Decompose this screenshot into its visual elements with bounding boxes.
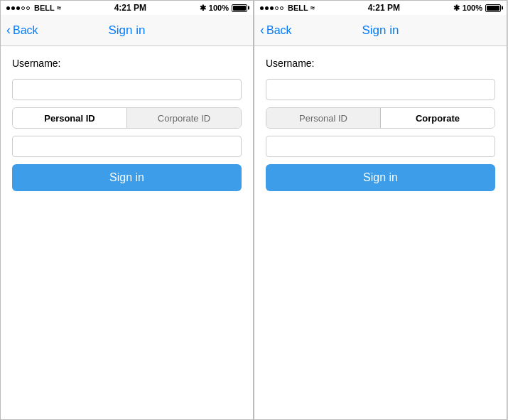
wifi-icon-2: ≈ bbox=[310, 4, 315, 12]
password-input-1[interactable] bbox=[12, 136, 242, 157]
dot5-2 bbox=[280, 6, 283, 10]
status-right-2: ✱ 100% bbox=[453, 4, 501, 13]
status-left-1: BELL ≈ bbox=[6, 4, 61, 12]
dot5 bbox=[26, 6, 30, 10]
back-chevron-2: ‹ bbox=[260, 23, 264, 38]
dot1 bbox=[6, 6, 10, 10]
dot2 bbox=[11, 6, 15, 10]
dot3 bbox=[16, 6, 20, 10]
segmented-control-2: Personal ID Corporate bbox=[266, 107, 495, 129]
carrier-2: BELL bbox=[288, 4, 308, 12]
status-right-1: ✱ 100% bbox=[200, 4, 247, 13]
back-button-1[interactable]: ‹ Back bbox=[6, 23, 38, 38]
signal-dots-2 bbox=[260, 6, 283, 10]
phone-2: BELL ≈ 4:21 PM ✱ 100% ‹ Back Sign in Use… bbox=[254, 0, 507, 420]
nav-title-2: Sign in bbox=[362, 23, 399, 38]
time-2: 4:21 PM bbox=[368, 3, 400, 13]
segmented-control-1: Personal ID Corporate ID bbox=[12, 107, 242, 129]
battery-icon-1 bbox=[232, 4, 247, 12]
signin-button-1[interactable]: Sign in bbox=[12, 164, 242, 191]
content-1: Username: Personal ID Corporate ID Sign … bbox=[1, 46, 253, 419]
time-1: 4:21 PM bbox=[114, 3, 146, 13]
status-bar-1: BELL ≈ 4:21 PM ✱ 100% bbox=[1, 1, 253, 15]
dot4 bbox=[21, 6, 25, 10]
battery-fill-1 bbox=[233, 6, 246, 11]
status-left-2: BELL ≈ bbox=[260, 4, 315, 12]
status-bar-2: BELL ≈ 4:21 PM ✱ 100% bbox=[254, 1, 507, 15]
bluetooth-icon-2: ✱ bbox=[453, 4, 460, 13]
nav-title-1: Sign in bbox=[109, 23, 146, 38]
username-label-1: Username: bbox=[12, 58, 242, 69]
wifi-icon-1: ≈ bbox=[57, 4, 61, 12]
password-input-2[interactable] bbox=[266, 136, 495, 157]
dot4-2 bbox=[275, 6, 279, 10]
battery-fill-2 bbox=[487, 6, 499, 11]
signin-button-2[interactable]: Sign in bbox=[266, 164, 495, 191]
back-chevron-1: ‹ bbox=[6, 23, 11, 38]
back-label-1: Back bbox=[13, 24, 38, 37]
segment-personal-id-1[interactable]: Personal ID bbox=[13, 108, 126, 128]
dot1-2 bbox=[260, 6, 264, 10]
battery-icon-2 bbox=[485, 4, 501, 12]
carrier-1: BELL bbox=[34, 4, 55, 12]
phone-1: BELL ≈ 4:21 PM ✱ 100% ‹ Back Sign in Use… bbox=[0, 0, 254, 420]
username-label-2: Username: bbox=[266, 58, 495, 69]
battery-percent-2: 100% bbox=[463, 4, 482, 12]
username-input-2[interactable] bbox=[266, 79, 495, 100]
segment-corporate-id-1[interactable]: Corporate ID bbox=[127, 108, 241, 128]
nav-bar-2: ‹ Back Sign in bbox=[254, 15, 507, 46]
signal-dots-1 bbox=[6, 6, 30, 10]
content-2: Username: Personal ID Corporate Sign in bbox=[254, 46, 507, 419]
username-input-1[interactable] bbox=[12, 79, 242, 100]
bluetooth-icon-1: ✱ bbox=[200, 4, 206, 13]
battery-percent-1: 100% bbox=[209, 4, 229, 12]
segment-personal-id-2[interactable]: Personal ID bbox=[266, 108, 380, 128]
segment-corporate-2[interactable]: Corporate bbox=[381, 108, 495, 128]
nav-bar-1: ‹ Back Sign in bbox=[1, 15, 253, 46]
back-button-2[interactable]: ‹ Back bbox=[260, 23, 292, 38]
dot3-2 bbox=[270, 6, 274, 10]
back-label-2: Back bbox=[266, 24, 292, 37]
dot2-2 bbox=[265, 6, 269, 10]
